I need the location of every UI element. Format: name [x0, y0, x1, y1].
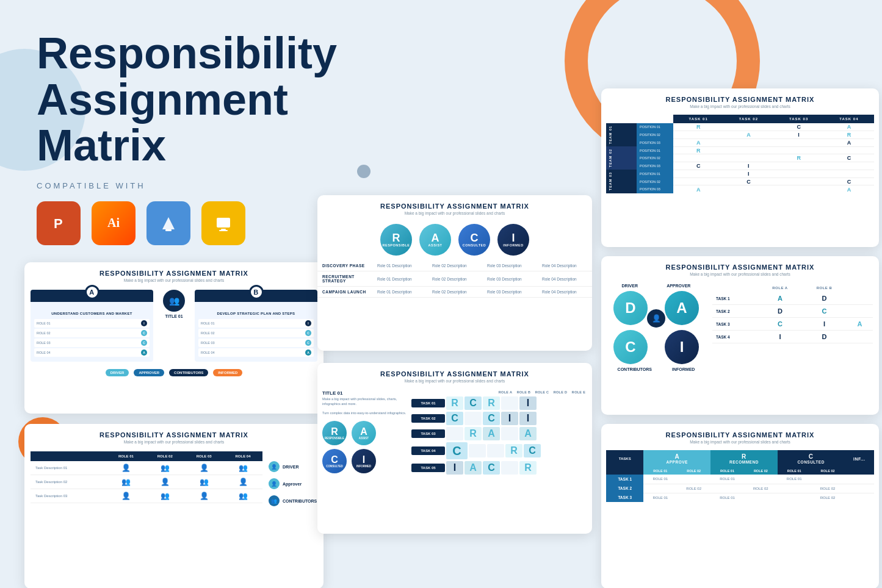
- table-row: TASK 1 A D: [712, 292, 873, 305]
- task-row: TASK 02 C C I I: [411, 412, 587, 425]
- task-row: TASK 01 R C R I: [411, 396, 587, 410]
- app-icons-row: P Ai: [37, 201, 342, 245]
- role-row: ROLE 04 A: [198, 348, 314, 357]
- slide-card-raci-main: RESPONSIBILITY ASSIGNMENT MATRIX Make a …: [317, 195, 592, 351]
- slide-card-icon-table: RESPONSIBILITY ASSIGNMENT MATRIX Make a …: [24, 424, 324, 588]
- big-circle-a: A ASSIST: [352, 421, 376, 445]
- badge-a: A: [141, 350, 147, 356]
- keynote-icon: [146, 201, 190, 245]
- chip-contributors: CONTRIBUTORS: [169, 369, 208, 376]
- card4-subtitle: Make a big impact with our professional …: [324, 379, 586, 383]
- big-circle-c: C CONSULTED: [322, 449, 347, 473]
- title-01-section: 👥 TITLE 01: [158, 290, 190, 318]
- title-01-label: TITLE 01: [165, 314, 183, 318]
- chip-approver: APPROVER: [134, 369, 164, 376]
- role-row: ROLE 01 I: [34, 319, 150, 328]
- circle-a: A ASSIST: [419, 224, 451, 256]
- raci-circles: R RESPONSIBLE A ASSIST C CONSULTED I INF…: [317, 219, 592, 260]
- badge-a: A: [305, 350, 311, 356]
- col-role04: ROLE 04: [223, 451, 262, 461]
- task-row: TASK 04 C R C: [411, 442, 587, 459]
- card2-subtitle: Make a big impact with our professional …: [31, 440, 317, 444]
- badge-c: C: [141, 340, 147, 346]
- role-row: ROLE 02 C: [34, 329, 150, 337]
- role-row: ROLE 04 A: [34, 348, 150, 357]
- col-role03: ROLE 03: [184, 451, 223, 461]
- driver-label: DRIVER: [622, 284, 638, 288]
- card4-desc2: Turn complex data into easy-to-understan…: [322, 411, 408, 416]
- card3-title: RESPONSIBILITY ASSIGNMENT MATRIX: [324, 203, 586, 210]
- role-row: ROLE 03 C: [198, 339, 314, 347]
- table-row: TASK 2 D C: [712, 305, 873, 318]
- card1-title: RESPONSIBILITY ASSIGNMENT MATRIX: [31, 270, 317, 277]
- table-row: TASK 3 C I A: [712, 318, 873, 331]
- illustrator-icon: Ai: [92, 201, 136, 245]
- card7-subtitle: Make a big impact with our professional …: [607, 440, 873, 444]
- role-row: ROLE 03 C: [34, 339, 150, 347]
- badge-c: C: [305, 330, 311, 336]
- svg-text:P: P: [54, 216, 63, 231]
- card4-desc1: Make a big impact with professional slid…: [322, 397, 408, 406]
- ab-header-b: B: [195, 290, 317, 302]
- card3-subtitle: Make a big impact with our professional …: [324, 211, 586, 215]
- card5-subtitle: Make a big impact with our professional …: [607, 104, 873, 109]
- svg-rect-7: [221, 229, 226, 230]
- card6-title: RESPONSIBILITY ASSIGNMENT MATRIX: [607, 264, 873, 271]
- task-row: TASK 05 I A C R: [411, 461, 587, 475]
- legend-row: DRIVER APPROVER CONTRIBUTORS INFORMED: [24, 365, 324, 380]
- circle-c: C CONSULTED: [458, 224, 490, 256]
- slide-card-big-raci: RESPONSIBILITY ASSIGNMENT MATRIX Make a …: [317, 363, 592, 534]
- compatible-label: COMPATIBLE WITH: [37, 181, 342, 190]
- card6-subtitle: Make a big impact with our professional …: [607, 272, 873, 276]
- table-row: Task Description 03 👤 👥 👤 👥: [31, 489, 262, 503]
- chip-driver: DRIVER: [106, 369, 129, 376]
- table-row: TASK 1 ROLE 01 ROLE 01 ROLE 01: [606, 475, 874, 484]
- svg-rect-6: [217, 218, 230, 228]
- informed-label: INFORMED: [672, 367, 695, 371]
- circle-i: I INFORMED: [497, 224, 529, 256]
- big-circle-r: R RESPONSIBLE: [322, 421, 347, 445]
- card4-title: RESPONSIBILITY ASSIGNMENT MATRIX: [324, 370, 586, 378]
- badge-i: I: [141, 320, 147, 326]
- table-row: TASK 3 ROLE 01 ROLE 01 ROLE 02: [606, 493, 874, 502]
- col-role01: ROLE 01: [107, 451, 146, 461]
- table-row: Task Description 01 👤 👥 👤 👥: [31, 461, 262, 475]
- slide-card-ab: RESPONSIBILITY ASSIGNMENT MATRIX Make a …: [24, 262, 324, 414]
- badge-c: C: [141, 330, 147, 336]
- slide-card-team-matrix: RESPONSIBILITY ASSIGNMENT MATRIX Make a …: [601, 88, 879, 247]
- daci-task-table: ROLE A ROLE B TASK 1 A D TASK 2 D: [712, 284, 873, 343]
- circle-r: R RESPONSIBLE: [380, 224, 412, 256]
- chip-informed: INFORMED: [213, 369, 242, 376]
- card7-title: RESPONSIBILITY ASSIGNMENT MATRIX: [607, 431, 873, 439]
- big-circle-i: I INFORMED: [352, 449, 376, 473]
- ab-desc-b: DEVELOP STRATEGIC PLAN AND STEPS: [198, 312, 314, 315]
- role-row: ROLE 02 C: [198, 329, 314, 337]
- hero-title: Responsibility Assignment Matrix: [37, 30, 342, 169]
- approver-label: APPROVER: [667, 284, 690, 288]
- table-row: TASK 2 ROLE 02 ROLE 02 ROLE 02: [606, 484, 874, 493]
- badge-i: I: [305, 320, 311, 326]
- card5-title: RESPONSIBILITY ASSIGNMENT MATRIX: [607, 96, 873, 103]
- table-row: TASK 4 I D: [712, 331, 873, 343]
- card1-subtitle: Make a big impact with our professional …: [31, 278, 317, 282]
- raci-phase-table: DISCOVERY PHASE Role 01 Description Role…: [317, 260, 592, 298]
- svg-rect-8: [219, 230, 228, 231]
- title-01-icon: 👥: [163, 290, 185, 312]
- badge-c: C: [305, 340, 311, 346]
- google-slides-icon: [201, 201, 245, 245]
- card4-main-title: TITLE 01: [322, 390, 408, 396]
- ab-section-b: B DEVELOP STRATEGIC PLAN AND STEPS ROLE …: [195, 290, 317, 362]
- slide-card-daci: RESPONSIBILITY ASSIGNMENT MATRIX Make a …: [601, 256, 879, 415]
- ab-desc-a: UNDERSTAND CUSTOMERS AND MARKET: [34, 312, 150, 315]
- role-row: ROLE 01 I: [198, 319, 314, 328]
- slide-card-approve-table: RESPONSIBILITY ASSIGNMENT MATRIX Make a …: [601, 424, 879, 588]
- ab-section-a: A UNDERSTAND CUSTOMERS AND MARKET ROLE 0…: [31, 290, 153, 362]
- contributors-label: CONTRIBUTORS: [618, 367, 652, 371]
- table-row: Task Description 02 👥 👤 👥 👤: [31, 475, 262, 489]
- ab-header-a: A: [31, 290, 153, 302]
- task-row: TASK 03 R A A: [411, 427, 587, 440]
- col-role02: ROLE 02: [145, 451, 184, 461]
- card2-title: RESPONSIBILITY ASSIGNMENT MATRIX: [31, 431, 317, 439]
- svg-rect-4: [165, 229, 172, 231]
- powerpoint-icon: P: [37, 201, 81, 245]
